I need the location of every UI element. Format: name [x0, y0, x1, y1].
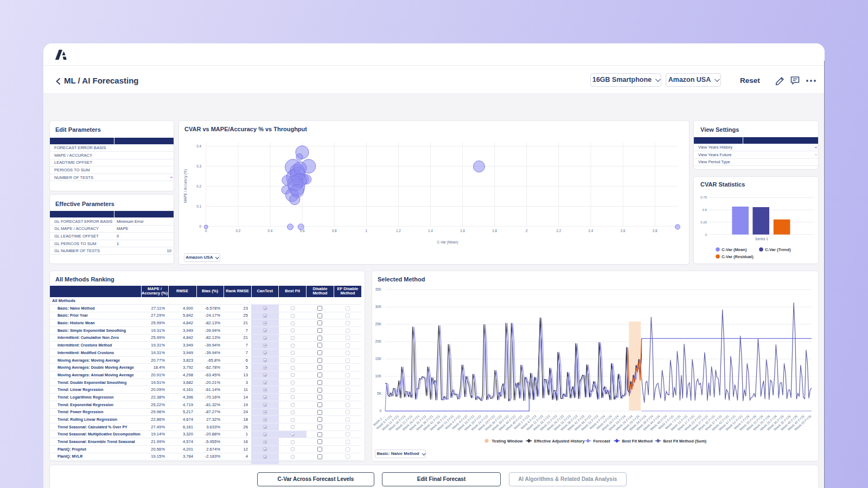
svg-text:C-Var (Residual): C-Var (Residual)	[722, 254, 754, 259]
svg-text:0.1: 0.1	[196, 204, 201, 208]
svg-text:Effective Adjusted History: Effective Adjusted History	[534, 439, 585, 444]
svg-text:1.6: 1.6	[460, 229, 465, 233]
svg-text:20K: 20K	[375, 339, 381, 343]
svg-text:2.4: 2.4	[589, 229, 593, 233]
svg-text:C-Var (Trend): C-Var (Trend)	[765, 247, 791, 252]
svg-text:C-Var (Mean): C-Var (Mean)	[437, 240, 458, 245]
svg-text:0.2: 0.2	[236, 229, 241, 233]
svg-text:0: 0	[705, 233, 707, 236]
svg-text:5K: 5K	[377, 391, 382, 395]
svg-text:0.25: 0.25	[700, 221, 707, 224]
svg-text:10K: 10K	[375, 374, 381, 378]
svg-text:Testing Window: Testing Window	[492, 439, 523, 444]
svg-text:15K: 15K	[375, 357, 381, 361]
svg-text:0.2: 0.2	[196, 184, 201, 188]
svg-text:0: 0	[379, 409, 381, 413]
svg-text:Series 1: Series 1	[755, 237, 768, 241]
svg-text:1.2: 1.2	[396, 229, 401, 233]
svg-text:0.4: 0.4	[196, 144, 201, 148]
svg-text:0: 0	[205, 229, 207, 233]
svg-text:0.4: 0.4	[268, 229, 273, 233]
svg-text:Forecast: Forecast	[593, 439, 611, 444]
svg-text:0.3: 0.3	[196, 164, 201, 168]
svg-text:0.75: 0.75	[700, 196, 707, 199]
svg-text:0.8: 0.8	[332, 229, 337, 233]
svg-text:0: 0	[199, 224, 201, 228]
svg-text:2: 2	[526, 229, 528, 233]
svg-text:35K: 35K	[375, 287, 381, 291]
svg-text:1: 1	[366, 229, 368, 233]
svg-text:2.6: 2.6	[621, 229, 626, 233]
svg-text:2.8: 2.8	[653, 229, 658, 233]
svg-text:25K: 25K	[375, 322, 381, 326]
svg-text:1.4: 1.4	[428, 229, 433, 233]
svg-text:1.8: 1.8	[492, 229, 497, 233]
svg-text:0.5: 0.5	[703, 208, 707, 211]
svg-text:2.2: 2.2	[557, 229, 561, 233]
svg-text:MAPE / Accuracy (%): MAPE / Accuracy (%)	[183, 169, 188, 203]
svg-text:30K: 30K	[375, 305, 381, 309]
svg-text:Best Fit Method: Best Fit Method	[622, 439, 653, 444]
svg-text:C-Var (Mean): C-Var (Mean)	[722, 247, 747, 252]
svg-text:Best Fit Method (Sum): Best Fit Method (Sum)	[663, 439, 707, 444]
